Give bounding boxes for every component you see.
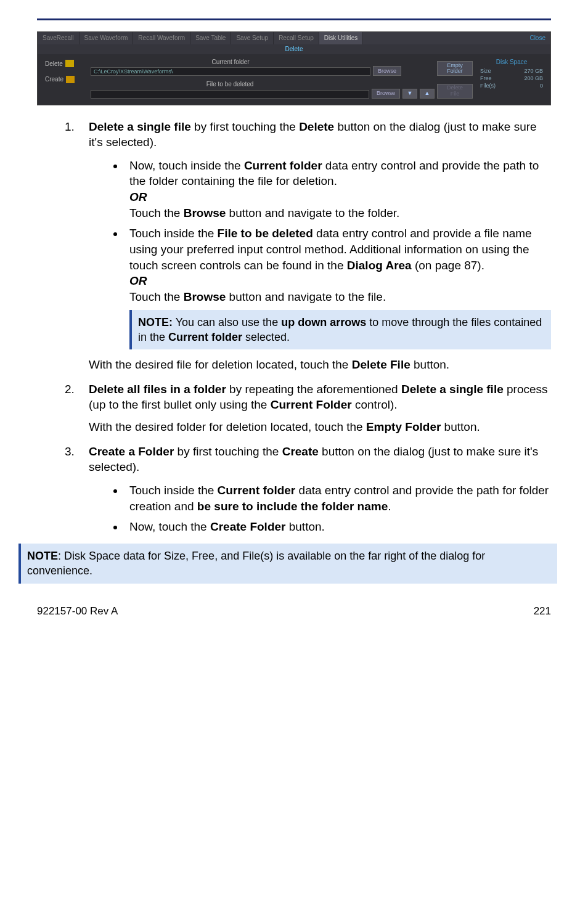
step1-bullets: Now, touch inside the Current folder dat… (89, 158, 551, 349)
t: button and navigate to the folder. (226, 206, 399, 219)
tab-bar: SaveRecall Save Waveform Recall Waveform… (38, 32, 550, 44)
t: Touch the (129, 290, 184, 303)
step1-bullet1: Now, touch inside the Current folder dat… (125, 158, 551, 221)
create-folder-bold: Create Folder (210, 520, 285, 533)
instruction-list: Delete a single file by first touching t… (37, 119, 551, 535)
t: button. (410, 358, 449, 371)
t: Touch inside the (129, 484, 218, 497)
t: Touch the (129, 206, 184, 219)
delete-mode-button[interactable]: Delete (43, 58, 86, 70)
step3-bullet1: Touch inside the Current folder data ent… (125, 483, 551, 514)
or-text: OR (129, 274, 147, 287)
tab-recall-setup[interactable]: Recall Setup (274, 32, 319, 44)
disk-space-panel: Disk Space Size270 GB Free200 GB File(s)… (478, 58, 545, 99)
step1-lead-bold: Delete a single file (89, 120, 191, 133)
or-text: OR (129, 190, 147, 203)
current-folder-input[interactable]: C:\LeCroy\XStream\Waveforms\ (91, 67, 370, 76)
empty-folder-button[interactable]: Empty Folder (437, 61, 473, 76)
step1-delete-bold: Delete (299, 120, 334, 133)
step3-bullets: Touch inside the Current folder data ent… (89, 483, 551, 535)
step2-lead-bold: Delete all files in a folder (89, 383, 226, 396)
browse-folder-button[interactable]: Browse (373, 66, 401, 76)
step-2: Delete all files in a folder by repeatin… (78, 381, 551, 435)
file-to-delete-label: File to be deleted (91, 80, 369, 89)
arrows-bold: up down arrows (281, 316, 366, 328)
t: : Disk Space data for Size, Free, and Fi… (27, 550, 485, 577)
create-mode-label: Create (45, 75, 63, 84)
section-header: Delete (38, 44, 550, 54)
tab-save-waveform[interactable]: Save Waveform (80, 32, 134, 44)
footer-doc-id: 922157-00 Rev A (37, 605, 118, 619)
note-disk-space: NOTE: Disk Space data for Size, Free, an… (18, 544, 557, 584)
tab-save-setup[interactable]: Save Setup (231, 32, 274, 44)
dialog-body: Delete Create Current folder C:\LeCroy\X… (38, 54, 550, 105)
files-value: 0 (540, 82, 543, 89)
files-label: File(s) (480, 82, 496, 89)
t: With the desired folder for deletion loc… (89, 420, 366, 433)
current-folder-label: Current folder (91, 58, 370, 67)
t: by first touching the (174, 445, 282, 458)
footer-page-number: 221 (534, 605, 551, 619)
create-bold: Create (282, 445, 319, 458)
browse-bold: Browse (184, 290, 226, 303)
delete-icon (65, 60, 74, 67)
step1-after: With the desired file for deletion locat… (89, 357, 551, 373)
folder-icon (66, 76, 75, 83)
step-1: Delete a single file by first touching t… (78, 119, 551, 373)
step-3: Create a Folder by first touching the Cr… (78, 444, 551, 535)
step2-current-folder-bold: Current Folder (271, 398, 352, 411)
t: Now, touch inside the (129, 159, 244, 172)
t: Now, touch the (129, 520, 210, 533)
t: Touch inside the (129, 227, 218, 240)
include-folder-bold: be sure to include the folder name (197, 500, 388, 513)
note-label: NOTE (27, 550, 58, 562)
note-updown: NOTE: You can also use the up down arrow… (129, 310, 551, 350)
dialog-area-bold: Dialog Area (347, 259, 412, 272)
browse-file-button[interactable]: Browse (372, 89, 400, 99)
t: With the desired file for deletion locat… (89, 358, 352, 371)
delete-file-bold: Delete File (352, 358, 410, 371)
top-rule (37, 18, 551, 20)
t: control). (352, 398, 398, 411)
t: by repeating the aforementioned (226, 383, 401, 396)
tab-disk-utilities[interactable]: Disk Utilities (319, 32, 363, 44)
arrow-down-button[interactable]: ▼ (402, 89, 417, 99)
current-folder-bold: Current folder (168, 331, 242, 343)
delete-mode-label: Delete (45, 60, 63, 68)
step1-text: by first touching the (191, 120, 299, 133)
create-mode-button[interactable]: Create (43, 73, 86, 86)
arrow-up-button[interactable]: ▲ (420, 89, 435, 99)
step3-lead-bold: Create a Folder (89, 445, 174, 458)
t: button. (285, 520, 324, 533)
file-deleted-bold: File to be deleted (218, 227, 313, 240)
disk-space-header: Disk Space (478, 58, 545, 67)
tab-saverecall[interactable]: SaveRecall (38, 32, 80, 44)
t: button. (441, 420, 480, 433)
t: button and navigate to the file. (226, 290, 386, 303)
disk-utilities-screenshot: SaveRecall Save Waveform Recall Waveform… (37, 31, 551, 105)
tab-save-table[interactable]: Save Table (190, 32, 231, 44)
current-folder-bold: Current folder (244, 159, 322, 172)
t: You can also use the (173, 316, 281, 328)
current-folder-bold: Current folder (218, 484, 296, 497)
t: selected. (242, 331, 290, 343)
delete-file-button[interactable]: Delete File (437, 84, 473, 99)
browse-bold: Browse (184, 206, 226, 219)
file-to-delete-input[interactable] (91, 90, 369, 99)
free-value: 200 GB (524, 75, 543, 82)
step1-bullet2: Touch inside the File to be deleted data… (125, 226, 551, 349)
step3-bullet2: Now, touch the Create Folder button. (125, 519, 551, 535)
step2-delete-bold: Delete a single file (401, 383, 504, 396)
t: (on page 87). (412, 259, 484, 272)
step2-after: With the desired folder for deletion loc… (89, 419, 551, 435)
note-label: NOTE: (138, 316, 173, 328)
free-label: Free (480, 75, 492, 82)
page-footer: 922157-00 Rev A 221 (37, 605, 551, 619)
tab-recall-waveform[interactable]: Recall Waveform (133, 32, 190, 44)
size-value: 270 GB (524, 67, 543, 75)
t: . (388, 500, 391, 513)
empty-folder-bold: Empty Folder (366, 420, 441, 433)
close-button[interactable]: Close (525, 32, 550, 44)
size-label: Size (480, 67, 491, 75)
